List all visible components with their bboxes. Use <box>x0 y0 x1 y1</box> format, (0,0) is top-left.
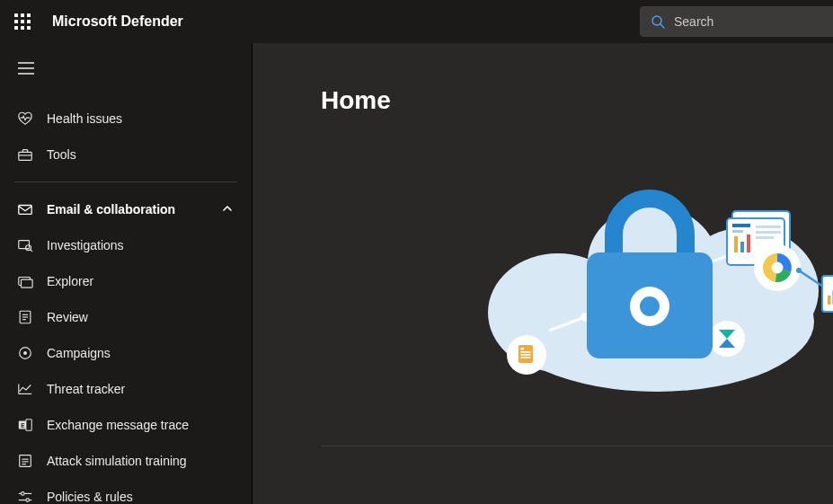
svg-rect-43 <box>521 357 531 358</box>
search-box[interactable] <box>640 6 833 37</box>
sidebar: Health issues Tools Email & collabor <box>0 43 253 504</box>
chevron-up-icon <box>221 202 235 217</box>
svg-rect-54 <box>734 236 738 252</box>
sidebar-item-label: Review <box>47 310 235 324</box>
svg-line-10 <box>31 250 32 252</box>
chart-line-icon <box>16 380 34 398</box>
svg-rect-5 <box>19 152 31 160</box>
svg-rect-53 <box>732 230 743 233</box>
svg-rect-66 <box>828 296 831 305</box>
investigation-icon <box>16 236 34 254</box>
svg-rect-52 <box>732 224 750 227</box>
exchange-icon: E <box>16 416 34 434</box>
svg-rect-8 <box>19 241 30 249</box>
svg-rect-65 <box>822 276 833 312</box>
search-icon <box>651 14 665 29</box>
toolbox-icon <box>16 146 34 164</box>
sidebar-item-label: Exchange message trace <box>47 418 235 432</box>
svg-rect-21 <box>26 420 31 431</box>
sidebar-item-threat-tracker[interactable]: Threat tracker <box>0 371 252 407</box>
svg-point-0 <box>652 16 661 25</box>
page-title: Home <box>321 86 391 115</box>
svg-rect-57 <box>756 225 781 228</box>
sidebar-item-tools[interactable]: Tools <box>0 137 252 172</box>
sidebar-item-investigations[interactable]: Investigations <box>0 227 252 263</box>
sidebar-item-label: Attack simulation training <box>47 454 235 468</box>
sidebar-section-email-collaboration[interactable]: Email & collaboration <box>0 191 252 227</box>
sidebar-item-label: Investigations <box>47 238 235 252</box>
svg-point-29 <box>26 499 30 502</box>
svg-rect-7 <box>19 206 31 215</box>
review-icon <box>16 308 34 326</box>
sidebar-item-label: Policies & rules <box>47 490 235 504</box>
svg-point-62 <box>772 262 784 274</box>
svg-text:E: E <box>21 422 24 429</box>
sidebar-item-label: Campaigns <box>47 346 235 360</box>
sidebar-item-review[interactable]: Review <box>0 299 252 335</box>
svg-rect-12 <box>22 279 33 287</box>
sidebar-divider <box>14 181 237 182</box>
heart-icon <box>16 110 34 128</box>
app-launcher-icon[interactable] <box>9 8 36 35</box>
sidebar-item-label: Health issues <box>47 111 235 126</box>
top-bar: Microsoft Defender <box>0 0 833 43</box>
target-icon <box>16 344 34 362</box>
explorer-icon <box>16 272 34 290</box>
attack-sim-icon <box>16 452 34 470</box>
sidebar-item-policies-rules[interactable]: Policies & rules <box>0 479 252 504</box>
svg-rect-56 <box>747 234 750 252</box>
svg-rect-42 <box>521 354 531 356</box>
svg-rect-58 <box>756 231 781 234</box>
svg-point-9 <box>26 245 31 251</box>
svg-rect-59 <box>756 236 774 239</box>
search-input[interactable] <box>674 14 822 29</box>
sidebar-item-label: Tools <box>47 147 235 162</box>
svg-rect-41 <box>521 351 531 353</box>
sidebar-item-attack-simulation-training[interactable]: Attack simulation training <box>0 443 252 479</box>
app-title: Microsoft Defender <box>52 13 183 30</box>
svg-rect-22 <box>20 455 31 467</box>
sliders-icon <box>16 488 34 504</box>
sidebar-item-label: Explorer <box>47 274 235 288</box>
nav-collapse-button[interactable] <box>0 49 252 88</box>
svg-line-1 <box>660 24 664 28</box>
content-divider <box>321 446 833 447</box>
svg-point-64 <box>796 268 802 273</box>
sidebar-item-label: Threat tracker <box>47 382 235 396</box>
sidebar-item-explorer[interactable]: Explorer <box>0 263 252 299</box>
mail-icon <box>16 200 34 218</box>
svg-rect-40 <box>521 348 525 350</box>
svg-rect-55 <box>740 242 744 252</box>
sidebar-item-health-issues[interactable]: Health issues <box>0 101 252 137</box>
main-content: Home <box>253 43 833 504</box>
sidebar-item-exchange-message-trace[interactable]: E Exchange message trace <box>0 407 252 443</box>
hamburger-icon <box>18 62 34 75</box>
sidebar-item-campaigns[interactable]: Campaigns <box>0 335 252 371</box>
svg-point-49 <box>640 296 660 316</box>
svg-point-18 <box>23 351 27 355</box>
hero-illustration <box>441 146 833 407</box>
sidebar-section-label: Email & collaboration <box>47 202 208 217</box>
svg-point-28 <box>22 492 25 496</box>
